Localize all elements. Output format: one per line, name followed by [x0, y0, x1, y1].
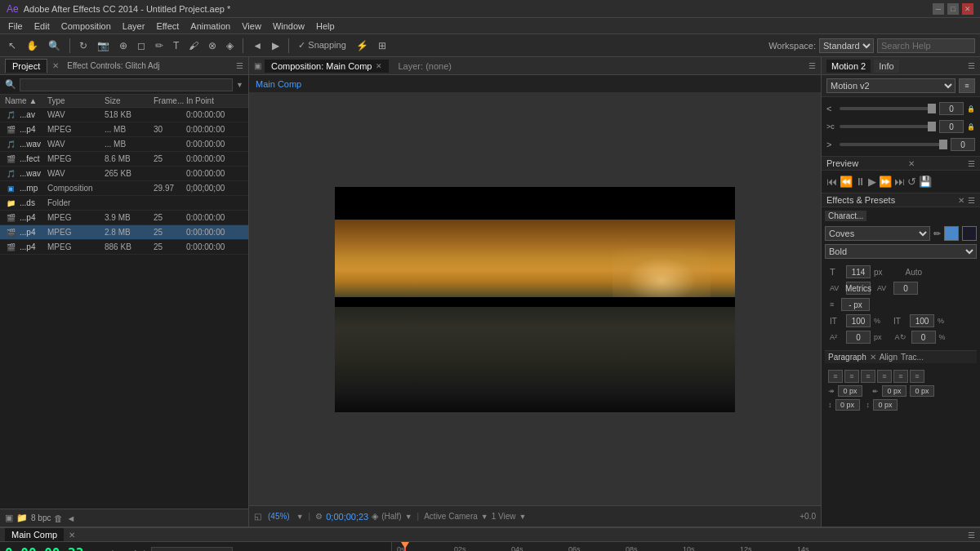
- search-help-input[interactable]: [877, 38, 975, 53]
- preview-play-button[interactable]: ▶: [868, 176, 876, 188]
- toolbar-pen[interactable]: ✏: [152, 37, 167, 55]
- maximize-button[interactable]: □: [947, 3, 959, 15]
- menu-composition[interactable]: Composition: [56, 20, 116, 33]
- toolbar-pan[interactable]: ⊕: [116, 37, 131, 55]
- toolbar-text[interactable]: T: [170, 37, 182, 55]
- align-tab[interactable]: Align: [880, 353, 898, 362]
- delete-button[interactable]: 🗑: [54, 513, 63, 523]
- workspace-select[interactable]: Standard: [819, 38, 874, 53]
- toolbar-rotate[interactable]: ↻: [76, 37, 91, 55]
- menu-layer[interactable]: Layer: [118, 20, 150, 33]
- project-search-input[interactable]: [20, 78, 233, 91]
- list-item[interactable]: 🎬 ...p4 MPEG 3.9 MB 25 0:00:00:00: [0, 211, 248, 225]
- font-settings-button[interactable]: ✏: [933, 229, 941, 239]
- chevron-down-icon[interactable]: ▼: [236, 81, 243, 89]
- align-left-button[interactable]: ≡: [828, 370, 843, 383]
- toolbar-brush[interactable]: 🖌: [185, 37, 202, 55]
- menu-window[interactable]: Window: [268, 20, 310, 33]
- preview-next-button[interactable]: ⏩: [879, 176, 892, 188]
- toolbar-camera[interactable]: 📷: [94, 37, 113, 55]
- toolbar-snap-btn[interactable]: ⚡: [353, 37, 372, 55]
- list-item[interactable]: 🎵 ...wav WAV 265 KB 0:00:00:00: [0, 167, 248, 181]
- preview-loop-button[interactable]: ↺: [907, 176, 916, 188]
- font-select[interactable]: Coves: [825, 226, 930, 241]
- motion-plugin-select[interactable]: Motion v2: [826, 78, 956, 93]
- menu-view[interactable]: View: [237, 20, 266, 33]
- new-folder-button[interactable]: 📁: [16, 513, 28, 523]
- toolbar-select[interactable]: ↖: [5, 37, 20, 55]
- new-comp-button[interactable]: ▣: [5, 513, 13, 523]
- preview-last-button[interactable]: ⏭: [894, 176, 905, 188]
- slider-track-3[interactable]: [840, 143, 947, 146]
- menu-animation[interactable]: Animation: [185, 20, 235, 33]
- view-dropdown[interactable]: ▼: [519, 513, 527, 521]
- motion2-tab[interactable]: Motion 2: [826, 60, 871, 73]
- timeline-menu[interactable]: ☰: [968, 531, 975, 540]
- breadcrumb-main-comp[interactable]: Main Comp: [256, 79, 301, 89]
- menu-help[interactable]: Help: [311, 20, 340, 33]
- window-controls[interactable]: ─ □ ✕: [933, 3, 973, 15]
- panel-menu-icon[interactable]: ☰: [236, 61, 243, 70]
- minimize-button[interactable]: ─: [933, 3, 944, 15]
- composition-tab[interactable]: Composition: Main Comp ✕: [265, 60, 389, 73]
- motion-expand-button[interactable]: ≡: [959, 78, 975, 93]
- slider-thumb-1[interactable]: [928, 104, 936, 113]
- toolbar-clone[interactable]: ⊗: [205, 37, 220, 55]
- toolbar-arrow2[interactable]: ▶: [269, 37, 283, 55]
- list-item[interactable]: 🎵 ...wav WAV ... MB 0:00:00:00: [0, 137, 248, 152]
- character-tab-label[interactable]: Charact...: [825, 211, 866, 221]
- timeline-close-button[interactable]: ✕: [69, 531, 75, 540]
- color-swatch-stroke[interactable]: [962, 226, 977, 241]
- toolbar-eraser[interactable]: ◈: [223, 37, 237, 55]
- menu-edit[interactable]: Edit: [29, 20, 55, 33]
- right-panel-menu[interactable]: ☰: [968, 61, 975, 70]
- toolbar-hand[interactable]: ✋: [23, 37, 42, 55]
- preview-prev-button[interactable]: ⏪: [840, 176, 853, 188]
- preview-menu[interactable]: ☰: [968, 159, 975, 168]
- preview-ram-button[interactable]: 💾: [919, 176, 932, 188]
- list-item[interactable]: 🎬 ...p4 MPEG 2.8 MB 25 0:00:00:00: [0, 225, 248, 240]
- align-center-button[interactable]: ≡: [844, 370, 859, 383]
- effect-controls-tab[interactable]: Effect Controls: Glitch Adj: [67, 61, 159, 70]
- preview-first-button[interactable]: ⏮: [826, 176, 837, 188]
- toolbar-arrow[interactable]: ◄: [249, 37, 265, 55]
- font-style-select[interactable]: Bold: [825, 244, 977, 259]
- project-tab[interactable]: Project: [5, 59, 47, 73]
- menu-effect[interactable]: Effect: [151, 20, 184, 33]
- comp-menu-icon[interactable]: ☰: [808, 61, 816, 70]
- list-item[interactable]: 🎬 ...p4 MPEG ... MB 30 0:00:00:00: [0, 122, 248, 137]
- color-swatch-fill[interactable]: [944, 226, 959, 241]
- slider-thumb-3[interactable]: [939, 140, 947, 149]
- preview-close[interactable]: ✕: [908, 159, 915, 168]
- list-item[interactable]: 🎵 ...av WAV 518 KB 0:00:00:00: [0, 108, 248, 122]
- list-item[interactable]: 🎬 ...fect MPEG 8.6 MB 25 0:00:00:00: [0, 152, 248, 167]
- close-button[interactable]: ✕: [962, 3, 973, 15]
- align-justify-button[interactable]: ≡: [877, 370, 892, 383]
- comp-tab-close[interactable]: ✕: [376, 62, 382, 70]
- draft-button[interactable]: ◈: [372, 511, 378, 522]
- effects-close[interactable]: ✕: [958, 196, 964, 205]
- quality-dropdown[interactable]: ▼: [405, 513, 412, 521]
- region-of-interest-button[interactable]: ◱: [254, 512, 261, 521]
- trace-tab[interactable]: Trac...: [901, 353, 924, 362]
- comp-settings-button[interactable]: ⚙: [315, 512, 323, 521]
- toolbar-zoom[interactable]: 🔍: [45, 37, 64, 55]
- list-item[interactable]: 📁 ...ds Folder: [0, 196, 248, 211]
- zoom-dropdown[interactable]: ▼: [296, 513, 304, 521]
- slider-track-2[interactable]: [840, 125, 936, 128]
- list-item[interactable]: ▣ ...mp Composition 29.97 0;00;00;00: [0, 181, 248, 196]
- slider-track-1[interactable]: [840, 107, 936, 110]
- timeline-main-comp-tab[interactable]: Main Comp: [5, 528, 64, 541]
- menu-file[interactable]: File: [3, 20, 28, 33]
- toolbar-mask[interactable]: ◻: [134, 37, 149, 55]
- toolbar-grid[interactable]: ⊞: [375, 37, 390, 55]
- slider-thumb-2[interactable]: [928, 122, 936, 131]
- list-item[interactable]: 🎬 ...p4 MPEG 886 KB 25 0:00:00:00: [0, 240, 248, 255]
- layer-search-input[interactable]: [151, 547, 233, 552]
- align-justify2-button[interactable]: ≡: [893, 370, 908, 383]
- align-justify3-button[interactable]: ≡: [910, 370, 924, 383]
- nav-button[interactable]: ◄: [66, 513, 75, 523]
- align-right-button[interactable]: ≡: [861, 370, 875, 383]
- info-tab[interactable]: Info: [874, 60, 898, 73]
- effects-menu[interactable]: ☰: [968, 196, 975, 205]
